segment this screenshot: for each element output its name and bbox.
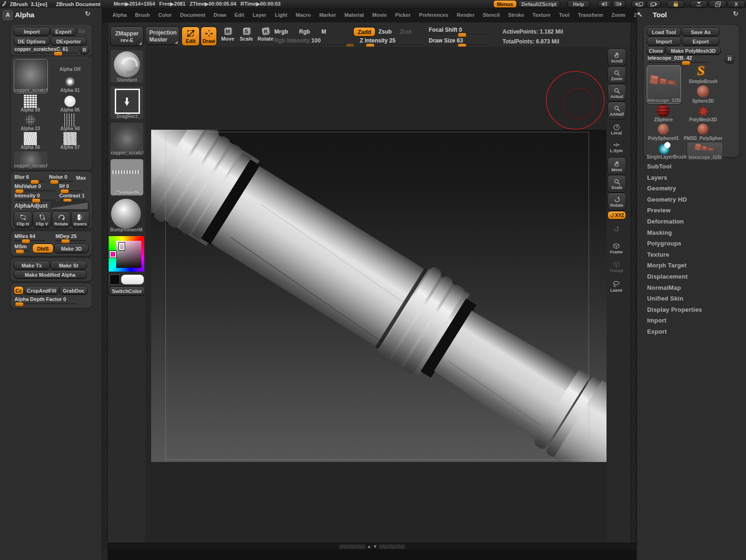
alpha-current-thumb[interactable]: copper_scratche (14, 59, 48, 93)
rotate-3d-button[interactable]: Rotate (607, 193, 626, 210)
lock-button[interactable] (667, 0, 684, 8)
left-tray-divider[interactable] (102, 22, 108, 549)
default-zscript-button[interactable]: DefaultZScript (518, 0, 560, 8)
tool-export-button[interactable]: Export (682, 37, 719, 46)
draw-mode-button[interactable]: Draw (201, 27, 217, 46)
actual-size-button[interactable]: Actual (607, 84, 626, 102)
save-as-button[interactable]: Save As (682, 28, 719, 36)
alpha-name-slider[interactable]: copper_scratchesC. 61 (14, 46, 78, 55)
menubar-item[interactable]: Transform (574, 8, 607, 22)
tool-current-thumb[interactable]: telescope_02B (647, 65, 681, 104)
slider-handle[interactable] (15, 249, 24, 254)
clone-button[interactable]: Clone (647, 46, 665, 55)
alpha-23-item[interactable]: Alpha 23 (14, 112, 47, 131)
tool-simplebrush-item[interactable]: S SimpleBrush (683, 65, 723, 84)
zmapper-button[interactable]: ZMapperrev-E ◢ (110, 27, 144, 46)
slider-handle[interactable] (15, 302, 24, 307)
brush-standard-thumb[interactable]: Standard (110, 49, 144, 83)
aahalf-button[interactable]: AAHalf (607, 102, 626, 119)
minimize-button[interactable] (690, 0, 708, 8)
tool-menu-item[interactable]: Unified Skin (637, 293, 746, 304)
menubar-item[interactable]: Marker (315, 8, 340, 22)
flip-v-button[interactable]: Flip V (33, 211, 51, 228)
primary-color-swatch[interactable] (121, 274, 144, 285)
alpha-depth-factor-slider[interactable]: Alpha Depth Factor 0 (14, 296, 75, 302)
tool-zsphere-item[interactable]: ZSphere (647, 105, 680, 122)
mrgb-toggle[interactable]: Mrgb (274, 28, 288, 35)
tool-polymesh3d-item[interactable]: PolyMesh3D (683, 105, 723, 122)
slider-handle[interactable] (61, 239, 70, 244)
mdep-slider[interactable]: MDep 25 (56, 233, 86, 239)
secondary-color-swatch[interactable] (110, 274, 120, 285)
make-polymesh3d-button[interactable]: Make PolyMesh3D (666, 46, 721, 55)
tool-menu-item[interactable]: Deformation (637, 216, 746, 227)
alpha-off-item[interactable]: Alpha Off (50, 67, 90, 72)
alpha-restore-button[interactable]: R (80, 45, 89, 55)
flip-h-button[interactable]: Flip H (14, 211, 32, 228)
tool-palette-header[interactable]: ↖ Tool ↻ (637, 8, 746, 23)
switchcolor-button[interactable]: SwitchColor (109, 287, 145, 296)
frame-button[interactable]: Frame (607, 240, 625, 257)
reset-icon[interactable]: ↻ (85, 10, 91, 17)
alpha-58-item[interactable]: Alpha 58 (50, 112, 90, 131)
intensity-slider[interactable]: Intensity 0 (14, 193, 56, 198)
tool-menu-item[interactable]: Polygroups (637, 238, 746, 249)
cropandfill-button[interactable]: CropAndFill (24, 286, 59, 295)
rgb-intensity-slider[interactable]: Rgb Intensity 100 (274, 37, 353, 44)
alpha-copper-thumb[interactable]: copper_scratche (110, 122, 144, 156)
menubar-item[interactable]: Stencil (479, 8, 504, 22)
restore-button[interactable] (709, 0, 726, 8)
lasso-button[interactable]: Lasso (607, 278, 625, 295)
close-button[interactable]: X (727, 0, 745, 8)
menubar-item[interactable]: Brush (131, 8, 154, 22)
slider-handle[interactable] (682, 61, 690, 65)
menubar-item[interactable]: Material (340, 8, 368, 22)
tool-menu-item[interactable]: Masking (637, 227, 746, 238)
tool-telescope2-thumb[interactable]: telescope_02B (687, 142, 723, 161)
menubar-item[interactable]: Movie (368, 8, 391, 22)
previous-document-button[interactable] (631, 0, 646, 8)
alpha-01-item[interactable]: Alpha 01 (50, 73, 90, 93)
tool-menu-item[interactable]: Preview (637, 205, 746, 216)
zsub-toggle[interactable]: Zsub (378, 28, 392, 35)
lsym-button[interactable]: L.Sym (607, 139, 625, 155)
menubar-item[interactable]: Edit (230, 8, 249, 22)
alpha-59-item[interactable]: Alpha 59 (14, 94, 47, 112)
contrast-slider[interactable]: Contrast 1 (59, 193, 86, 198)
msm-slider[interactable]: MSm (14, 244, 29, 249)
slider-handle[interactable] (54, 51, 63, 56)
menubar-item[interactable]: Picker (391, 8, 415, 22)
tool-menu-item[interactable]: SubTool (637, 161, 746, 172)
menubar-item[interactable]: Document (176, 8, 209, 22)
move-3d-button[interactable]: Move (607, 157, 626, 175)
grabdoc-button[interactable]: GrabDoc (60, 286, 88, 295)
zadd-button[interactable]: Zadd (353, 27, 376, 37)
divider-grip[interactable] (379, 545, 405, 549)
next-document-button[interactable] (647, 0, 661, 8)
noise-slider[interactable]: Noise 0 (49, 174, 73, 180)
invers-button[interactable]: Invers (71, 211, 90, 228)
canvas-3d-viewport[interactable] (146, 47, 607, 543)
alphaadjust-curve[interactable] (51, 202, 89, 210)
tool-singlelayerbrush-item[interactable]: SingleLayerBrush (647, 142, 685, 160)
menubar-item[interactable]: Layer (249, 8, 271, 22)
make-tx-button[interactable]: Make Tx (14, 261, 50, 270)
tool-menu-item[interactable]: Import (637, 315, 746, 326)
menubar-item[interactable]: Render (453, 8, 479, 22)
hue-cursor[interactable] (110, 251, 116, 258)
move-mode-button[interactable]: MMove (220, 28, 236, 45)
tool-menu-item[interactable]: Display Properties (637, 304, 746, 315)
rotate-alpha-button[interactable]: Rotate (52, 211, 70, 228)
divider-grip[interactable] (339, 545, 365, 549)
alpha-export-button[interactable]: Export (50, 27, 77, 36)
menus-toggle-button[interactable]: Menus (493, 0, 517, 8)
tool-menu-item[interactable]: NormalMap (637, 282, 746, 294)
tool-import-button[interactable]: Import (647, 37, 681, 46)
menubar-item[interactable]: Tool (555, 8, 573, 22)
alpha-56-item[interactable]: Alpha 56 (14, 131, 47, 150)
collapse-right-tray-button[interactable] (612, 0, 626, 8)
menubar-item[interactable]: Color (154, 8, 176, 22)
draw-size-slider[interactable]: Draw Size 63 (429, 37, 489, 44)
scale-3d-button[interactable]: Scale (607, 175, 626, 193)
tool-sphere3d-item[interactable]: Sphere3D (683, 85, 723, 104)
